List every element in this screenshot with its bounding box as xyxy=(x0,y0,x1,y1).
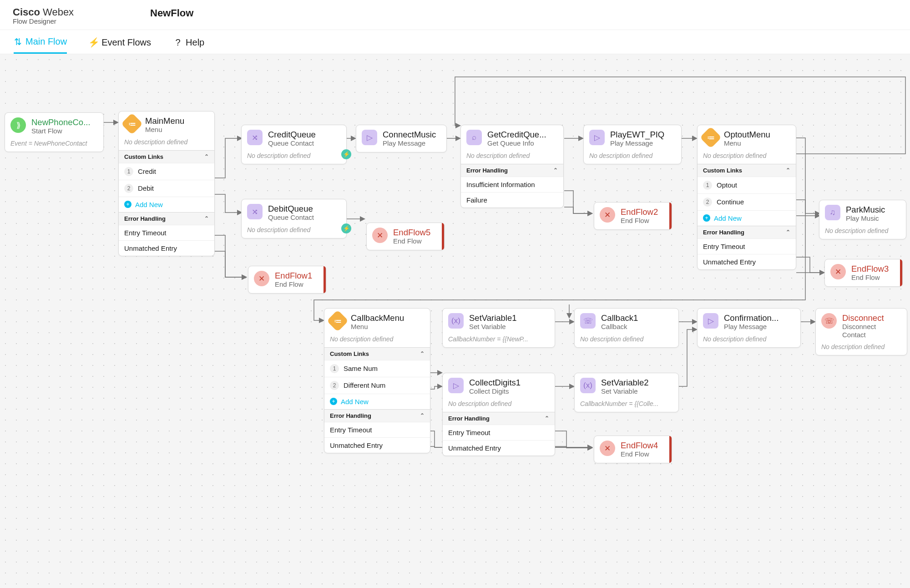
tab-event-flows[interactable]: ⚡Event Flows xyxy=(90,36,151,54)
option-same-num[interactable]: 1Same Num xyxy=(324,360,430,377)
add-new[interactable]: +Add New xyxy=(698,210,796,226)
phone-icon: ☏ xyxy=(580,313,596,329)
node-main-menu[interactable]: ≔ MainMenuMenu No description defined Cu… xyxy=(118,111,215,256)
chevron-up-icon: ⌃ xyxy=(204,153,209,160)
music-icon: ♫ xyxy=(825,205,840,220)
close-icon: ✕ xyxy=(600,207,615,223)
unmatched-entry[interactable]: Unmatched Entry xyxy=(119,240,214,256)
close-icon: ✕ xyxy=(600,441,615,456)
play-icon: ▷ xyxy=(362,130,377,145)
shuffle-icon: ⤨ xyxy=(247,204,263,219)
node-optout-menu[interactable]: ≔ OptoutMenuMenu No description defined … xyxy=(697,125,796,270)
menu-icon: ≔ xyxy=(700,127,722,148)
tabs: ⇅Main Flow ⚡Event Flows ?Help xyxy=(0,30,910,54)
node-endflow4[interactable]: ✕ EndFlow4End Flow xyxy=(594,436,672,463)
variable-icon: (x) xyxy=(448,313,464,329)
node-endflow3[interactable]: ✕ EndFlow3End Flow xyxy=(824,259,903,287)
option-diff-num[interactable]: 2Different Num xyxy=(324,377,430,394)
phone-icon: ☏ xyxy=(821,313,837,329)
close-icon: ✕ xyxy=(254,271,269,286)
node-setvar1[interactable]: (x) SetVariable1Set Variable CallbackNum… xyxy=(442,308,555,348)
brand-webex: Webex xyxy=(43,6,74,18)
add-new[interactable]: +Add New xyxy=(324,394,430,409)
insufficient-info[interactable]: Insufficient Information xyxy=(461,177,563,192)
node-endflow2[interactable]: ✕ EndFlow2End Flow xyxy=(594,202,672,230)
node-confirmation[interactable]: ▷ Confirmation...Play Message No descrip… xyxy=(697,308,801,348)
tab-main-flow[interactable]: ⇅Main Flow xyxy=(14,36,67,54)
node-callback1[interactable]: ☏ Callback1Callback No description defin… xyxy=(574,308,679,348)
option-optout[interactable]: 1Optout xyxy=(698,177,796,193)
bolt-icon: ⚡ xyxy=(341,223,351,233)
node-park-music[interactable]: ♫ ParkMusicPlay Music No description def… xyxy=(819,200,906,239)
node-play-ewt[interactable]: ▷ PlayEWT_PIQPlay Message No description… xyxy=(583,125,682,164)
close-icon: ✕ xyxy=(830,264,846,279)
variable-icon: (x) xyxy=(580,378,596,393)
menu-icon: ≔ xyxy=(121,113,143,135)
node-connect-music[interactable]: ▷ ConnectMusicPlay Message xyxy=(356,125,447,152)
node-get-credit-queue[interactable]: ⌕ GetCreditQue...Get Queue Info No descr… xyxy=(460,125,564,208)
menu-icon: ≔ xyxy=(327,310,349,332)
play-icon: ▷ xyxy=(448,378,464,393)
option-continue[interactable]: 2Continue xyxy=(698,193,796,210)
help-icon: ? xyxy=(174,38,182,46)
brand-sub: Flow Designer xyxy=(13,17,897,25)
bolt-icon: ⚡ xyxy=(341,149,351,159)
canvas[interactable]: ⟫ NewPhoneCo...Start Flow Event = NewPho… xyxy=(0,54,910,588)
node-callback-menu[interactable]: ≔ CallbackMenuMenu No description define… xyxy=(324,308,430,453)
flow-title: NewFlow xyxy=(150,7,193,19)
close-icon: ✕ xyxy=(372,228,388,243)
node-endflow5[interactable]: ✕ EndFlow5End Flow xyxy=(366,223,445,250)
tab-help[interactable]: ?Help xyxy=(174,36,204,54)
start-icon: ⟫ xyxy=(10,117,26,133)
option-credit[interactable]: 1Credit xyxy=(119,163,214,180)
start-event: Event = NewPhoneContact xyxy=(5,140,103,152)
node-start[interactable]: ⟫ NewPhoneCo...Start Flow Event = NewPho… xyxy=(5,112,104,152)
play-icon: ▷ xyxy=(589,130,605,145)
node-debit-queue[interactable]: ⤨ DebitQueueQueue Contact No description… xyxy=(241,199,347,238)
bolt-icon: ⚡ xyxy=(90,38,98,46)
shuffle-icon: ⤨ xyxy=(247,130,263,145)
topbar: Cisco Webex Flow Designer NewFlow xyxy=(0,0,910,30)
search-icon: ⌕ xyxy=(466,130,482,145)
entry-timeout[interactable]: Entry Timeout xyxy=(119,225,214,240)
node-disconnect[interactable]: ☏ DisconnectDisconnect Contact No descri… xyxy=(815,308,907,355)
option-debit[interactable]: 2Debit xyxy=(119,180,214,197)
brand-cisco: Cisco xyxy=(13,6,40,18)
flow-icon: ⇅ xyxy=(14,38,22,46)
node-setvar2[interactable]: (x) SetVariable2Set Variable CallbackNum… xyxy=(574,373,679,412)
node-collect-digits[interactable]: ▷ CollectDigits1Collect Digits No descri… xyxy=(442,373,555,456)
play-icon: ▷ xyxy=(703,313,718,329)
failure[interactable]: Failure xyxy=(461,192,563,208)
add-new[interactable]: +Add New xyxy=(119,197,214,212)
node-credit-queue[interactable]: ⤨ CreditQueueQueue Contact No descriptio… xyxy=(241,125,347,164)
node-endflow1[interactable]: ✕ EndFlow1End Flow xyxy=(248,266,326,294)
